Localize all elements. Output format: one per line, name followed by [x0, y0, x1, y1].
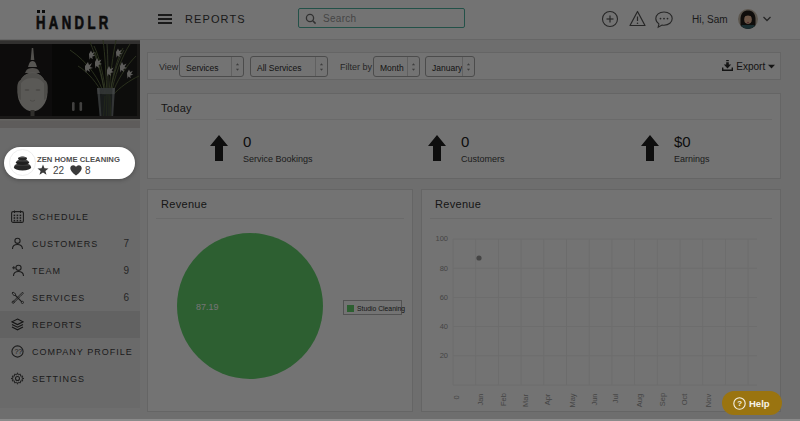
- svg-text:?: ?: [737, 399, 742, 408]
